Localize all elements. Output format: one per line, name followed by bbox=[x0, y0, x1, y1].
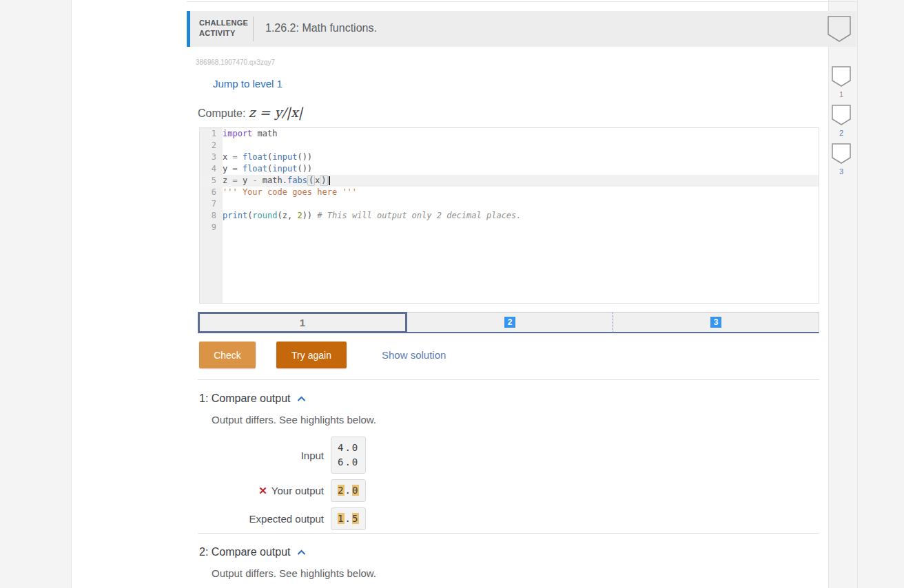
code-token: = bbox=[232, 164, 237, 174]
activity-id: 386968.1907470.qx3zqy7 bbox=[196, 59, 275, 66]
code-line-content bbox=[223, 198, 819, 210]
progress-segment-2: 2 bbox=[407, 312, 613, 333]
code-token: ()) bbox=[297, 152, 312, 162]
code-token: math. bbox=[258, 176, 287, 185]
shield-icon bbox=[832, 105, 851, 125]
activity-title: 1.26.2: Math functions. bbox=[265, 22, 377, 34]
level-number: 2 bbox=[832, 129, 851, 137]
code-line-content: ''' Your code goes here ''' bbox=[223, 187, 819, 198]
top-divider bbox=[187, 1, 856, 2]
text-cursor bbox=[329, 176, 330, 185]
code-token: # This will output only 2 decimal places… bbox=[317, 211, 521, 220]
compare-row-label: Expected output bbox=[199, 513, 324, 525]
code-line: 2 bbox=[200, 140, 819, 151]
progress-segment-label: 3 bbox=[710, 317, 722, 328]
output-char: 6.0 bbox=[338, 456, 359, 468]
show-solution-link[interactable]: Show solution bbox=[382, 349, 446, 361]
output-box: 4.06.0 bbox=[331, 437, 366, 474]
output-line: 4.0 bbox=[338, 441, 359, 455]
compare-output-section-1: 1: Compare output Output differs. See hi… bbox=[198, 379, 819, 536]
highlighted-char: 0 bbox=[352, 485, 359, 496]
output-char: . bbox=[345, 485, 351, 496]
compare-row-label: ✕Your output bbox=[199, 485, 324, 497]
compare-output-2-title: 2: Compare output bbox=[199, 546, 291, 558]
progress-segment-3: 3 bbox=[613, 312, 819, 333]
try-again-button[interactable]: Try again bbox=[276, 342, 347, 368]
code-token: z bbox=[223, 176, 232, 185]
level-badge-3[interactable]: 3 bbox=[832, 143, 851, 176]
line-number: 3 bbox=[200, 151, 223, 163]
kicker-line-2: ACTIVITY bbox=[199, 28, 248, 39]
code-filler bbox=[223, 233, 819, 303]
compare-output-2-header[interactable]: 2: Compare output bbox=[198, 546, 819, 558]
code-token: ( bbox=[277, 211, 282, 220]
code-token bbox=[238, 164, 243, 174]
code-line: 5z = y - math.fabs(x) bbox=[200, 175, 819, 187]
highlighted-char: 1 bbox=[338, 513, 345, 524]
compare-output-1-header[interactable]: 1: Compare output bbox=[198, 392, 819, 405]
jump-to-level-link[interactable]: Jump to level 1 bbox=[213, 78, 282, 90]
compare-output-2-message: Output differs. See highlights below. bbox=[212, 567, 819, 579]
code-line-content: z = y - math.fabs(x) bbox=[223, 175, 819, 187]
output-box: 2.0 bbox=[331, 479, 366, 502]
highlighted-char: 2 bbox=[338, 485, 345, 496]
code-line-content: print(round(z, 2)) # This will output on… bbox=[223, 210, 819, 222]
code-line: 8print(round(z, 2)) # This will output o… bbox=[200, 210, 819, 222]
code-token: fabs bbox=[287, 176, 307, 185]
compare-row: Input4.06.0 bbox=[199, 437, 819, 474]
compare-row-label-text: Input bbox=[301, 450, 324, 461]
line-number: 6 bbox=[200, 187, 223, 198]
code-line-content: import math bbox=[223, 128, 819, 140]
incorrect-icon: ✕ bbox=[258, 485, 267, 497]
progress-segment-label: 1 bbox=[300, 317, 305, 328]
code-editor[interactable]: 1import math23x = float(input())4y = flo… bbox=[199, 127, 819, 304]
code-token: = bbox=[232, 152, 237, 162]
code-token: - bbox=[252, 176, 257, 185]
chevron-up-icon bbox=[297, 549, 306, 556]
activity-kicker: CHALLENGE ACTIVITY bbox=[199, 18, 248, 39]
gutter-filler bbox=[200, 233, 223, 303]
line-number: 4 bbox=[200, 163, 223, 175]
level-badge-2[interactable]: 2 bbox=[832, 105, 851, 137]
editor-empty-area bbox=[200, 233, 819, 303]
code-token: ) bbox=[320, 175, 327, 186]
code-token: x bbox=[223, 152, 232, 162]
code-token bbox=[238, 152, 243, 162]
check-button[interactable]: Check bbox=[199, 342, 256, 368]
output-line: 2.0 bbox=[338, 483, 359, 498]
code-line: 6''' Your code goes here ''' bbox=[200, 187, 819, 198]
chevron-up-icon bbox=[297, 396, 306, 402]
line-number: 5 bbox=[200, 175, 223, 187]
line-number: 9 bbox=[200, 222, 223, 233]
header-divider bbox=[253, 17, 254, 41]
math-formula: z = y/|x| bbox=[248, 105, 302, 120]
shield-icon bbox=[832, 66, 851, 87]
page: CHALLENGE ACTIVITY 1.26.2: Math function… bbox=[0, 0, 904, 588]
prompt-label: Compute: bbox=[198, 107, 245, 119]
code-token: = bbox=[232, 176, 237, 185]
progress-segment-1: 1 bbox=[198, 312, 407, 333]
content-column: CHALLENGE ACTIVITY 1.26.2: Math function… bbox=[71, 0, 829, 588]
compare-output-section-2: 2: Compare output Output differs. See hi… bbox=[198, 533, 819, 579]
level-badge-1[interactable]: 1 bbox=[832, 66, 851, 98]
code-token: y bbox=[238, 176, 253, 185]
code-token: import bbox=[223, 129, 252, 138]
code-line-content: x = float(input()) bbox=[223, 151, 819, 163]
code-token: ( bbox=[307, 175, 315, 186]
code-token: float bbox=[243, 164, 267, 174]
line-number: 8 bbox=[200, 210, 223, 222]
compare-row-label-text: Your output bbox=[271, 485, 324, 496]
code-token: y bbox=[223, 164, 232, 174]
compare-output-1-title: 1: Compare output bbox=[199, 392, 291, 405]
code-line: 4y = float(input()) bbox=[200, 163, 819, 175]
accent-bar bbox=[187, 11, 190, 47]
code-token: input bbox=[272, 152, 297, 162]
compare-row-label: Input bbox=[199, 450, 324, 461]
kicker-line-1: CHALLENGE bbox=[199, 18, 248, 28]
compare-row-label-text: Expected output bbox=[249, 513, 324, 525]
level-number: 1 bbox=[832, 90, 851, 98]
code-token: input bbox=[272, 164, 297, 174]
shield-icon bbox=[832, 143, 851, 164]
code-token: ''' Your code goes here ''' bbox=[223, 187, 357, 197]
line-number: 1 bbox=[200, 128, 223, 140]
